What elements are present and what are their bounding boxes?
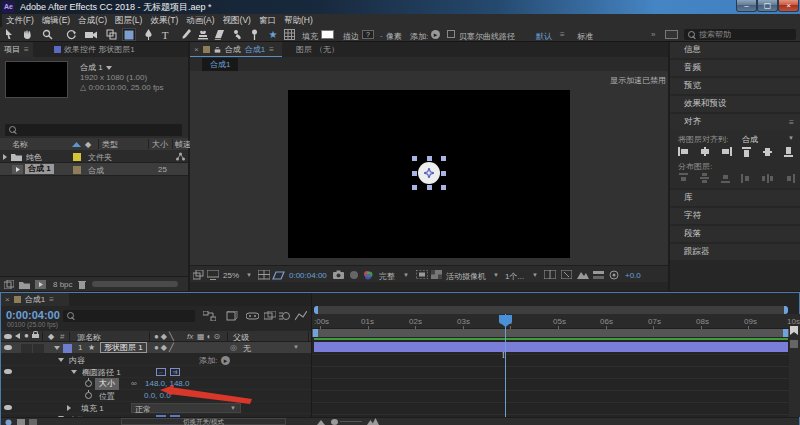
camera-select[interactable]: 活动摄像机 bbox=[446, 271, 486, 282]
bezier-label[interactable]: 贝塞尔曲线路径 bbox=[459, 31, 515, 42]
dist-top-icon[interactable] bbox=[678, 173, 689, 182]
close-tab-icon[interactable]: × bbox=[194, 45, 199, 54]
lock-icon[interactable] bbox=[32, 334, 39, 338]
grid-icon[interactable] bbox=[282, 28, 296, 41]
fill-label[interactable]: 填充 bbox=[302, 31, 318, 42]
handle[interactable] bbox=[441, 185, 446, 190]
type-tool[interactable]: T bbox=[158, 28, 172, 41]
work-area-bar[interactable] bbox=[312, 329, 789, 337]
add-property-button[interactable]: ▸ bbox=[221, 356, 230, 365]
brush-tool[interactable] bbox=[179, 28, 193, 41]
monitor-icon[interactable] bbox=[207, 270, 219, 280]
panel-audio[interactable]: 音频 bbox=[670, 60, 800, 76]
align-bottom-icon[interactable] bbox=[783, 147, 794, 156]
panel-character[interactable]: 字符 bbox=[670, 208, 800, 224]
zoom-out-mountain-icon[interactable] bbox=[317, 419, 325, 425]
new-comp-icon[interactable] bbox=[35, 280, 46, 289]
dist-right-icon[interactable] bbox=[783, 173, 794, 182]
dist-hcenter-icon[interactable] bbox=[762, 173, 773, 182]
contents-row[interactable]: 内容 添加: ▸ bbox=[1, 354, 311, 366]
draft-3d-icon[interactable] bbox=[226, 311, 238, 321]
align-to-value[interactable]: 合成 bbox=[742, 134, 758, 145]
workspace-standard[interactable]: 标准 bbox=[577, 31, 593, 42]
view-layout-select[interactable]: 1个... bbox=[505, 271, 524, 282]
stroke-swatch[interactable]: ? bbox=[362, 30, 374, 39]
handle[interactable] bbox=[412, 171, 417, 176]
clone-stamp-tool[interactable] bbox=[196, 28, 210, 41]
fill-row[interactable]: 填充 1 正常▼ bbox=[1, 402, 311, 414]
zoom-tool[interactable] bbox=[40, 28, 54, 41]
align-right-icon[interactable] bbox=[720, 147, 731, 156]
eye-icon[interactable] bbox=[4, 334, 12, 339]
timeline-search-box[interactable] bbox=[63, 310, 195, 322]
comp-flowchart-icon[interactable] bbox=[203, 311, 216, 321]
motion-blur-icon[interactable] bbox=[279, 311, 291, 321]
graph-editor-icon[interactable] bbox=[295, 311, 307, 321]
layer-color-swatch[interactable] bbox=[63, 344, 72, 353]
eye-icon[interactable] bbox=[4, 405, 12, 410]
panel-preview[interactable]: 预览 bbox=[670, 78, 800, 94]
lock-cell[interactable] bbox=[33, 344, 44, 353]
tab-project[interactable]: 项目≡ bbox=[0, 42, 33, 57]
position-label[interactable]: 位置 bbox=[99, 391, 115, 402]
timeline-tab[interactable]: ×合成1≡ bbox=[1, 293, 69, 306]
tab-composition[interactable]: × 合成 合成1 ≡ bbox=[190, 42, 282, 57]
always-preview-icon[interactable] bbox=[193, 270, 204, 280]
panel-tracker[interactable]: 跟踪器 bbox=[670, 244, 800, 260]
ellipse-expander[interactable] bbox=[71, 370, 77, 374]
size-label[interactable]: 大小 bbox=[95, 378, 119, 390]
label-column-icon[interactable]: ◆ bbox=[48, 332, 54, 341]
comp-button-icon[interactable] bbox=[790, 340, 798, 348]
layer-row[interactable]: 1 ★ 形状图层 1 ●◆╱ ◎ 无 ▼ bbox=[1, 342, 311, 354]
layer-eye-icon[interactable] bbox=[4, 345, 12, 350]
motionblur-shortcut-icon[interactable] bbox=[29, 419, 38, 425]
show-snapshot-icon[interactable] bbox=[350, 271, 358, 279]
comp-name-cell[interactable]: 合成 1 bbox=[25, 164, 54, 174]
stopwatch-icon[interactable] bbox=[85, 392, 92, 399]
frame-blend-icon[interactable] bbox=[264, 311, 276, 321]
frameblend-shortcut-icon[interactable] bbox=[17, 419, 26, 425]
timeline-nav-icon[interactable] bbox=[593, 270, 604, 280]
flowchart-icon[interactable] bbox=[609, 270, 619, 280]
collect-icon[interactable] bbox=[4, 280, 14, 289]
eraser-tool[interactable] bbox=[212, 28, 226, 41]
resolution-select[interactable]: 完整 bbox=[379, 271, 395, 282]
camera-tool[interactable] bbox=[84, 28, 98, 41]
shy-icon[interactable] bbox=[246, 311, 259, 321]
handle[interactable] bbox=[441, 171, 446, 176]
parent-value[interactable]: 无 bbox=[243, 343, 251, 354]
label-swatch[interactable] bbox=[73, 166, 81, 174]
zoom-slider-track[interactable] bbox=[340, 421, 362, 422]
workspace-default[interactable]: 默认 bbox=[536, 31, 552, 42]
comp-viewer[interactable]: 显示加速已禁用 bbox=[190, 71, 668, 265]
mask-visibility-icon[interactable] bbox=[272, 270, 285, 280]
channels-icon[interactable] bbox=[363, 270, 373, 280]
handle[interactable] bbox=[412, 185, 417, 190]
project-row-solids[interactable]: 纯色 文件夹 bbox=[0, 150, 188, 163]
time-navigator[interactable] bbox=[314, 306, 788, 314]
menu-animation[interactable]: 动画(A) bbox=[182, 15, 218, 27]
help-search-box[interactable]: 搜索帮助 bbox=[684, 29, 796, 40]
workspace-menu-icon[interactable]: ≡ bbox=[560, 30, 565, 39]
fill-expander[interactable] bbox=[67, 405, 71, 411]
tab-effect-controls[interactable]: 效果控件 形状图层1 bbox=[50, 42, 139, 57]
roto-brush-tool[interactable] bbox=[231, 28, 245, 41]
pen-tool[interactable] bbox=[141, 28, 155, 41]
handle[interactable] bbox=[427, 185, 432, 190]
exposure-value[interactable]: +0.0 bbox=[625, 271, 641, 280]
dist-vcenter-icon[interactable] bbox=[699, 173, 710, 182]
shape-direction-icon[interactable]: ↔ bbox=[156, 368, 166, 376]
bpc-label[interactable]: 8 bpc bbox=[53, 280, 73, 289]
stopwatch-icon[interactable] bbox=[85, 380, 92, 387]
size-row[interactable]: 大小 ∞ 148.0, 148.0 bbox=[1, 378, 311, 390]
shape-direction-icon2[interactable]: ⇉ bbox=[170, 368, 180, 376]
zoom-level[interactable]: 25% bbox=[223, 271, 239, 280]
hand-tool[interactable] bbox=[20, 28, 34, 41]
contents-expander[interactable] bbox=[58, 358, 64, 362]
panel-info[interactable]: 信息 bbox=[670, 42, 800, 58]
view-options-icon[interactable] bbox=[544, 270, 556, 279]
ellipse-path-row[interactable]: 椭圆路径 1 ↔ ⇉ bbox=[1, 366, 311, 378]
menu-layer[interactable]: 图层(L) bbox=[111, 15, 146, 27]
handle[interactable] bbox=[412, 156, 417, 161]
horizontal-scrollbar[interactable] bbox=[92, 281, 178, 287]
